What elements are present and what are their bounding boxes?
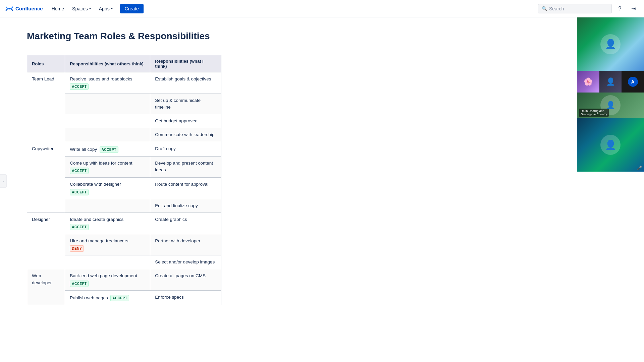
video-tile-5[interactable]: 👤 I'm in Dharug andGu-ring-gai Country [577,93,644,118]
nav-home[interactable]: Home [48,4,67,13]
others-cell: Come up with ideas for contentACCEPT [65,156,150,178]
spaces-chevron-icon: ▾ [89,7,91,10]
page-title: Marketing Team Roles & Responsibilities [27,31,402,42]
col-header-roles: Roles [27,55,65,72]
mine-cell: Get budget approved [150,114,221,128]
confluence-logo-icon [5,5,13,13]
role-cell: Copywriter [27,142,65,213]
app-name: Confluence [15,6,43,11]
accept-badge: ACCEPT [110,295,129,301]
role-cell: Team Lead [27,72,65,142]
create-button[interactable]: Create [120,4,144,13]
apps-label: Apps [99,6,110,11]
search-box[interactable]: 🔍 Search [538,4,612,13]
atlassian-logo: A [628,77,638,87]
others-cell [65,255,150,269]
search-icon: 🔍 [542,6,547,11]
nav-spaces[interactable]: Spaces ▾ [69,4,94,13]
sidebar-toggle[interactable]: › [0,174,7,188]
country-name-tag: I'm in Dharug andGu-ring-gai Country [579,109,609,117]
others-cell: Resolve issues and roadblocksACCEPT [65,72,150,94]
participant-avatar-6: 👤 [600,135,621,155]
others-cell [65,94,150,114]
table-row: Team Lead Resolve issues and roadblocksA… [27,72,221,94]
accept-badge: ACCEPT [100,146,118,153]
accept-badge: ACCEPT [70,281,89,287]
video-tile-2[interactable]: 🌸 [577,71,599,93]
mine-cell: Enforce specs [150,290,221,305]
mine-cell: Establish goals & objectives [150,72,221,94]
navbar: Confluence Home Spaces ▾ Apps ▾ Create 🔍… [0,0,644,17]
others-cell: Collaborate with designerACCEPT [65,178,150,199]
others-cell: Hire and manage freelancersDENY [65,234,150,255]
signin-button[interactable]: ⇥ [628,3,639,14]
app-logo[interactable]: Confluence [5,5,43,13]
navbar-right: 🔍 Search ? ⇥ [538,3,639,14]
mine-cell: Create graphics [150,213,221,234]
mine-cell: Draft copy [150,142,221,156]
role-cell: Web developer [27,269,65,305]
others-cell [65,114,150,128]
mine-cell: Set up & communicate timeline [150,94,221,114]
nav-apps[interactable]: Apps ▾ [96,4,116,13]
others-cell [65,128,150,142]
mine-cell: Develop and present content ideas [150,156,221,178]
apps-chevron-icon: ▾ [111,7,113,10]
others-cell: Back-end web page development ACCEPT [65,269,150,291]
col-header-mine: Responsibilities (what I think) [150,55,221,72]
mic-icon: 🎤 [637,166,642,170]
deny-badge: DENY [70,245,84,252]
video-tile-1[interactable]: 👤 [577,17,644,71]
others-cell [65,199,150,213]
help-button[interactable]: ? [614,3,625,14]
mine-cell: Create all pages on CMS [150,269,221,291]
accept-badge: ACCEPT [70,189,89,195]
mine-cell: Edit and finalize copy [150,199,221,213]
search-placeholder: Search [549,6,564,11]
video-tile-6[interactable]: 👤 🎤 [577,118,644,172]
main-content: Marketing Team Roles & Responsibilities … [7,17,423,318]
accept-badge: ACCEPT [70,83,89,90]
others-cell: Write all copy ACCEPT [65,142,150,156]
video-panel: 👤 🌸 👤 A 👤 I'm in Dharug andGu-ring-gai C… [577,17,644,172]
video-tile-4[interactable]: A [622,71,644,93]
table-row: Copywriter Write all copy ACCEPT Draft c… [27,142,221,156]
accept-badge: ACCEPT [70,168,89,174]
spaces-label: Spaces [72,6,88,11]
mine-cell: Partner with developer [150,234,221,255]
roles-table: Roles Responsibilities (what others thin… [27,55,221,305]
home-label: Home [52,6,64,11]
video-tile-3[interactable]: 👤 [599,71,622,93]
others-cell: Ideate and create graphicsACCEPT [65,213,150,234]
col-header-others: Responsibilities (what others think) [65,55,150,72]
participant-avatar-1: 👤 [600,34,621,54]
accept-badge: ACCEPT [70,224,89,230]
table-row: Web developer Back-end web page developm… [27,269,221,291]
main-nav: Home Spaces ▾ Apps ▾ Create [48,4,144,13]
mine-cell: Route content for approval [150,178,221,199]
mine-cell: Select and/or develop images [150,255,221,269]
others-cell: Publish web pages ACCEPT [65,290,150,305]
mine-cell: Communicate with leadership [150,128,221,142]
video-row-2: 🌸 👤 A [577,71,644,93]
role-cell: Designer [27,213,65,269]
table-row: Designer Ideate and create graphicsACCEP… [27,213,221,234]
